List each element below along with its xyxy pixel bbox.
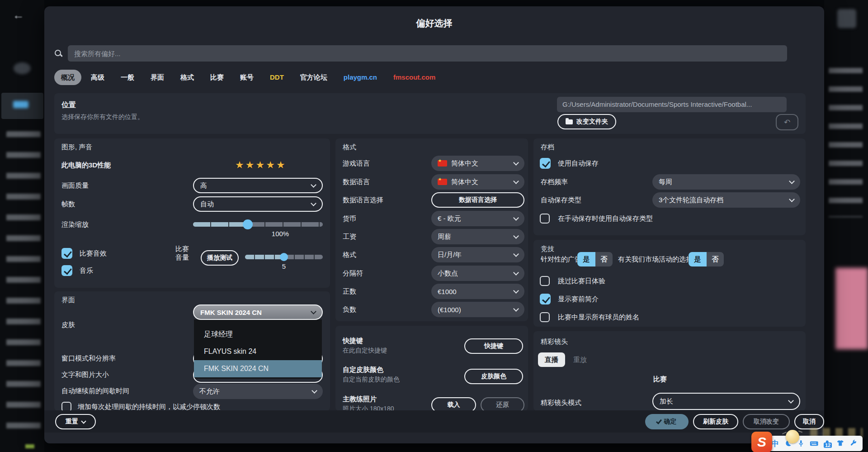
tab-account[interactable]: 账号 [233,70,260,85]
toggle-yes[interactable]: 是 [577,252,595,266]
tab-forum[interactable]: 官方论坛 [293,70,334,85]
save-path-field[interactable]: G:/Users/Administrator/Documents/Sports … [557,97,787,112]
skin-dropdown[interactable]: FMK SKIN 2024 CN [193,305,323,320]
play-test-button[interactable]: 播放测试 [201,250,239,266]
data-language-dropdown[interactable]: 简体中文 [431,174,524,190]
overlay-ball-icon [786,430,799,443]
currency-dropdown[interactable]: € - 欧元 [431,211,524,226]
volume-value: 5 [282,262,286,270]
save-frequency-dropdown[interactable]: 每周 [652,174,800,190]
pause-dropdown[interactable]: 不允许 [193,384,323,399]
slider-thumb[interactable] [280,253,288,261]
text-size-label: 文字和图片大小 [61,371,109,379]
undo-button[interactable]: ↶ [776,114,798,130]
targeted-ads-toggle[interactable]: 是 否 [577,252,613,266]
autosave-type-dropdown[interactable]: 3个文件轮流自动存档 [652,192,800,208]
show-briefing-checkbox[interactable] [540,294,551,305]
tab-general[interactable]: 一般 [114,70,141,85]
data-language-label: 数据语言 [343,178,370,186]
increase-pause-checkbox[interactable] [61,402,71,411]
wrench-icon[interactable] [849,439,858,447]
marketing-toggle[interactable]: 是 否 [689,252,724,266]
render-scale-value: 100% [272,230,289,238]
confirm-button[interactable]: 确定 [645,414,689,429]
load-photo-button[interactable]: 载入 [431,397,476,411]
pause-label: 自动继续前的间歇时间 [61,387,129,395]
quality-dropdown[interactable]: 高 [193,178,323,193]
framerate-label: 帧数 [61,200,75,209]
toggle-no[interactable]: 否 [707,252,724,266]
show-names-checkbox[interactable] [540,312,550,322]
location-title: 位置 [61,100,76,110]
background-rows-blur [829,68,863,217]
negative-label: 负数 [343,305,356,314]
toggle-no[interactable]: 否 [595,252,613,266]
tab-fmscout[interactable]: fmscout.com [387,70,442,85]
replay-button[interactable]: 重放 [573,356,587,364]
separator-label: 分隔符 [343,269,363,278]
skip-matchday-checkbox[interactable] [540,276,550,286]
framerate-dropdown[interactable]: 自动 [193,196,323,212]
search-icon [54,49,62,57]
chevron-down-icon [311,309,316,314]
chevron-down-icon [513,270,519,276]
manual-save-checkbox[interactable] [540,214,550,224]
cancel-button[interactable]: 取消 [794,414,824,429]
data-language-select-label: 数据语言选择 [343,196,383,205]
tab-match[interactable]: 比赛 [203,70,231,85]
skin-option[interactable]: FLAYUS skin 24 [194,343,322,360]
chevron-down-icon [311,388,317,394]
tab-overview[interactable]: 概况 [54,70,81,85]
music-checkbox[interactable] [61,265,72,276]
skin-color-button[interactable]: 皮肤颜色 [464,369,523,384]
skin-label: 皮肤 [61,321,75,329]
tab-interface[interactable]: 界面 [144,70,171,85]
skin-option[interactable]: 足球经理 [194,326,322,343]
interface-panel: 界面 皮肤 FMK SKIN 2024 CN 足球经理 FLAYUS skin … [54,291,330,411]
refresh-skin-button[interactable]: 刷新皮肤 [693,414,738,429]
sogou-logo[interactable]: S [751,432,772,452]
chevron-down-icon [513,233,519,239]
ime-cn-icon[interactable]: 中 [771,438,779,449]
change-folder-button[interactable]: 改变文件夹 [557,114,616,129]
shirt-icon[interactable] [836,439,844,447]
game-language-dropdown[interactable]: 简体中文 [431,156,524,171]
reset-button[interactable]: 重置 [55,414,96,429]
live-button[interactable]: 直播 [538,352,565,367]
data-language-select-button[interactable]: 数据语言选择 [431,192,524,208]
match-column-label: 比赛 [653,375,667,384]
game-language-label: 游戏语言 [343,159,370,168]
shortcut-button[interactable]: 快捷键 [464,338,523,354]
cancel-changes-button[interactable]: 取消改变 [743,414,790,429]
tab-playgm[interactable]: playgm.cn [337,70,384,85]
wage-dropdown[interactable]: 周薪 [431,229,524,244]
chevron-down-icon [81,419,86,423]
toggle-yes[interactable]: 是 [689,252,707,266]
shortcut-subtitle: 在此自定快捷键 [343,347,387,355]
render-scale-slider[interactable] [193,222,323,227]
chevron-down-icon [311,200,316,206]
search-input[interactable] [68,45,787,62]
dialog-footer: 重置 确定 刷新皮肤 取消改变 取消 [44,410,824,433]
skin-option-selected[interactable]: FMK SKIN 2024 CN [194,360,322,377]
skin-color-title: 自定皮肤颜色 [343,366,383,374]
tab-advanced[interactable]: 高级 [84,70,111,85]
background-right-strip [824,0,868,452]
highlight-mode-dropdown[interactable]: 加长 [652,393,800,410]
confirm-label: 确定 [664,418,677,426]
slider-thumb[interactable] [243,219,253,229]
currency-label: 货币 [343,214,356,223]
autosave-checkbox[interactable] [540,158,551,169]
date-format-dropdown[interactable]: 日/月/年 [431,247,524,262]
tab-ddt[interactable]: DDT [263,70,291,85]
match-sound-checkbox[interactable] [61,248,72,259]
volume-slider[interactable] [245,255,323,259]
restore-photo-button[interactable]: 还原 [481,397,524,411]
separator-dropdown[interactable]: 小数点 [431,266,524,281]
negative-dropdown[interactable]: (€1000) [431,302,524,317]
keyboard-icon[interactable] [810,439,818,447]
positive-dropdown[interactable]: €1000 [431,284,524,299]
tab-format[interactable]: 格式 [174,70,201,85]
preferences-dialog: 偏好选择 概况 高级 一般 界面 格式 比赛 账号 DDT 官方论坛 playg… [44,6,824,443]
chevron-down-icon [513,288,519,294]
